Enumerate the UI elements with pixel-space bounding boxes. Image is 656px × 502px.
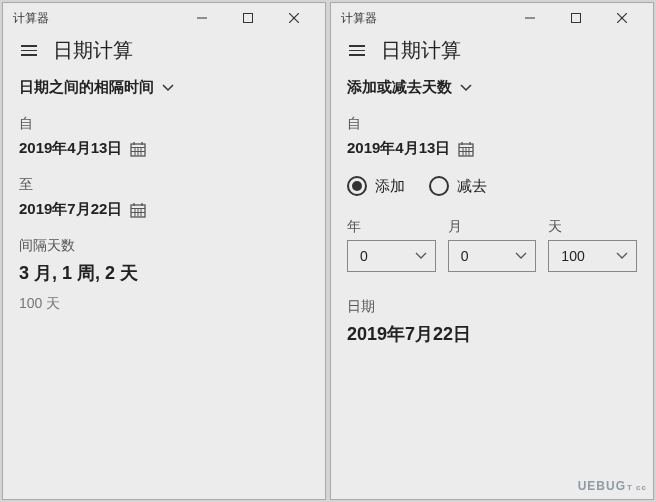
result-label: 日期 bbox=[347, 298, 637, 316]
calendar-icon bbox=[130, 202, 146, 218]
result-sub: 100 天 bbox=[19, 295, 309, 313]
chevron-down-icon bbox=[460, 84, 472, 92]
mode-label: 日期之间的相隔时间 bbox=[19, 78, 154, 97]
close-icon bbox=[289, 13, 299, 23]
titlebar: 计算器 bbox=[331, 3, 653, 33]
close-icon bbox=[617, 13, 627, 23]
mode-label: 添加或减去天数 bbox=[347, 78, 452, 97]
minimize-icon bbox=[525, 13, 535, 23]
from-label: 自 bbox=[19, 115, 309, 133]
calendar-icon bbox=[130, 141, 146, 157]
month-dropdown[interactable]: 0 bbox=[448, 240, 537, 272]
radio-icon bbox=[347, 176, 367, 196]
menu-button[interactable] bbox=[347, 41, 367, 60]
from-date-value: 2019年4月13日 bbox=[347, 139, 450, 158]
content-area: 日期计算 添加或减去天数 自 2019年4月13日 添加 减去 bbox=[331, 33, 653, 499]
minimize-button[interactable] bbox=[179, 3, 225, 33]
from-label: 自 bbox=[347, 115, 637, 133]
maximize-button[interactable] bbox=[553, 3, 599, 33]
calculator-window-right: 计算器 日期计算 添加或减去天数 自 2019年4月13日 bbox=[330, 2, 654, 500]
content-area: 日期计算 日期之间的相隔时间 自 2019年4月13日 至 2019年7月22日… bbox=[3, 33, 325, 499]
to-date-value: 2019年7月22日 bbox=[19, 200, 122, 219]
radio-icon bbox=[429, 176, 449, 196]
minimize-icon bbox=[197, 13, 207, 23]
maximize-icon bbox=[243, 13, 253, 23]
radio-add[interactable]: 添加 bbox=[347, 176, 405, 196]
result-date: 2019年7月22日 bbox=[347, 322, 637, 346]
radio-add-label: 添加 bbox=[375, 177, 405, 196]
svg-rect-1 bbox=[244, 14, 253, 23]
app-title: 计算器 bbox=[341, 10, 377, 27]
from-date-picker[interactable]: 2019年4月13日 bbox=[19, 139, 309, 158]
page-title: 日期计算 bbox=[381, 37, 461, 64]
result-main: 3 月, 1 周, 2 天 bbox=[19, 261, 309, 285]
calculator-window-left: 计算器 日期计算 日期之间的相隔时间 自 2019年4月13日 bbox=[2, 2, 326, 500]
chevron-down-icon bbox=[162, 84, 174, 92]
page-title: 日期计算 bbox=[53, 37, 133, 64]
maximize-button[interactable] bbox=[225, 3, 271, 33]
mode-selector[interactable]: 添加或减去天数 bbox=[347, 78, 637, 97]
chevron-down-icon bbox=[616, 252, 628, 260]
minimize-button[interactable] bbox=[507, 3, 553, 33]
close-button[interactable] bbox=[271, 3, 317, 33]
day-value: 100 bbox=[561, 248, 584, 264]
day-dropdown[interactable]: 100 bbox=[548, 240, 637, 272]
to-label: 至 bbox=[19, 176, 309, 194]
svg-rect-21 bbox=[572, 14, 581, 23]
from-date-value: 2019年4月13日 bbox=[19, 139, 122, 158]
radio-subtract-label: 减去 bbox=[457, 177, 487, 196]
year-label: 年 bbox=[347, 218, 436, 236]
month-label: 月 bbox=[448, 218, 537, 236]
maximize-icon bbox=[571, 13, 581, 23]
radio-subtract[interactable]: 减去 bbox=[429, 176, 487, 196]
year-value: 0 bbox=[360, 248, 368, 264]
to-date-picker[interactable]: 2019年7月22日 bbox=[19, 200, 309, 219]
menu-button[interactable] bbox=[19, 41, 39, 60]
month-value: 0 bbox=[461, 248, 469, 264]
close-button[interactable] bbox=[599, 3, 645, 33]
titlebar: 计算器 bbox=[3, 3, 325, 33]
result-label: 间隔天数 bbox=[19, 237, 309, 255]
from-date-picker[interactable]: 2019年4月13日 bbox=[347, 139, 637, 158]
year-dropdown[interactable]: 0 bbox=[347, 240, 436, 272]
mode-selector[interactable]: 日期之间的相隔时间 bbox=[19, 78, 309, 97]
app-title: 计算器 bbox=[13, 10, 49, 27]
chevron-down-icon bbox=[515, 252, 527, 260]
calendar-icon bbox=[458, 141, 474, 157]
chevron-down-icon bbox=[415, 252, 427, 260]
day-label: 天 bbox=[548, 218, 637, 236]
